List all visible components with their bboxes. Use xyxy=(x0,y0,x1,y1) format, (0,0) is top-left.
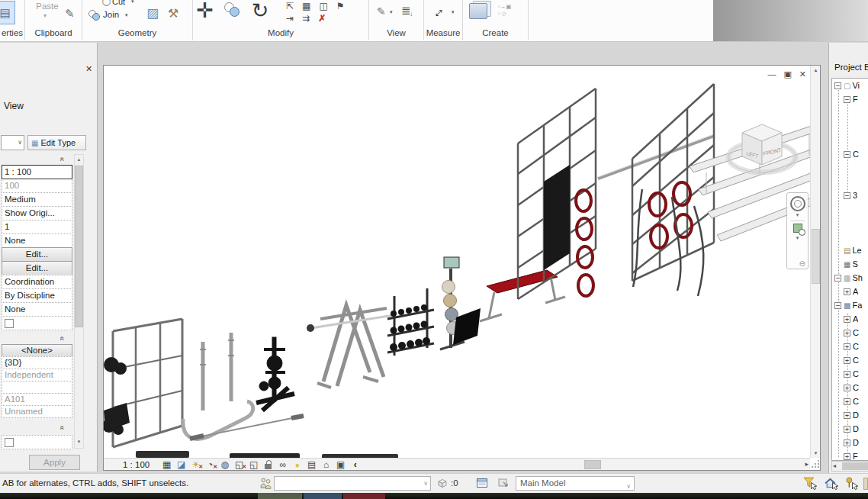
join-button[interactable]: Join xyxy=(103,10,119,19)
property-value-cell[interactable]: <None> xyxy=(2,344,72,357)
property-group-header[interactable]: « xyxy=(2,333,72,343)
palette-close-icon[interactable]: ✕ xyxy=(85,64,92,74)
tree-item[interactable]: − 3 xyxy=(832,188,868,202)
tree-item[interactable]: ▦ S xyxy=(832,257,868,271)
tree-expander[interactable]: + xyxy=(844,412,850,419)
viewcube[interactable]: LEFT FRONT xyxy=(725,110,813,198)
property-value-cell[interactable]: By Discipline xyxy=(2,288,72,303)
tree-expander[interactable]: − xyxy=(834,302,841,309)
edit-type-button[interactable]: ▦ Edit Type xyxy=(27,135,86,150)
tree-item[interactable] xyxy=(832,216,868,230)
tree-item[interactable]: + D xyxy=(832,436,868,449)
editable-only-icon[interactable] xyxy=(476,477,490,491)
property-value-cell[interactable]: 1 xyxy=(2,220,72,234)
split-icon[interactable]: ⇉ xyxy=(302,13,310,24)
cut-dropdown-arrow[interactable]: ▾ xyxy=(131,0,134,5)
zoom-dropdown-arrow[interactable]: ▾ xyxy=(787,234,808,242)
show-crop-icon[interactable]: ◱ xyxy=(247,459,260,471)
sun-path-icon[interactable]: ☀ xyxy=(189,459,202,471)
beam-cope-icon[interactable]: ▨ xyxy=(146,5,159,21)
linework-arrow[interactable]: ▾ xyxy=(390,9,393,15)
trim-icon[interactable]: ⇥ xyxy=(286,13,294,24)
horizontal-scrollbar[interactable]: ▸ xyxy=(375,458,810,471)
tree-item[interactable]: + C xyxy=(832,367,868,381)
navbar-collapse-icon[interactable]: ⊖ xyxy=(799,259,805,268)
tree-item[interactable] xyxy=(832,134,868,147)
model-rig-panel[interactable] xyxy=(544,165,570,270)
property-group-header[interactable]: « xyxy=(2,154,72,164)
dropdown-arrow-icon[interactable]: ∨ xyxy=(626,480,631,493)
scroll-down-icon[interactable]: ▼ xyxy=(75,436,83,447)
design-options-icon[interactable] xyxy=(436,478,448,491)
property-value-cell[interactable]: None xyxy=(2,233,72,248)
worksets-icon[interactable] xyxy=(259,476,272,491)
detail-level-icon[interactable]: ▦ xyxy=(160,459,173,471)
scroll-right-icon[interactable]: ▸ xyxy=(805,460,809,468)
model-ball-rack[interactable] xyxy=(440,257,481,349)
tree-expander[interactable]: + xyxy=(844,330,850,336)
duplicate-view-icon[interactable] xyxy=(469,3,487,19)
model-rings-left[interactable] xyxy=(576,190,593,296)
tree-item[interactable]: + D xyxy=(832,408,868,422)
tree-item[interactable] xyxy=(832,202,868,216)
property-value-cell[interactable]: Independent xyxy=(2,369,72,381)
property-value-cell[interactable] xyxy=(2,316,72,330)
displacement-icon[interactable]: ▣ xyxy=(334,459,347,471)
tree-expander[interactable]: + xyxy=(844,357,850,364)
model-pullup-bar[interactable] xyxy=(598,136,714,179)
zoom-region-icon[interactable] xyxy=(793,224,802,233)
shadows-icon[interactable]: ◔ xyxy=(204,459,217,471)
create-group-icon[interactable]: ▫→▣ ▫ ◇ xyxy=(498,3,511,17)
scrollbar-thumb[interactable] xyxy=(584,460,601,469)
tree-expander[interactable]: − xyxy=(834,82,841,89)
cut-button[interactable]: Cut xyxy=(112,0,125,6)
scroll-down-icon[interactable]: ▾ xyxy=(811,450,821,456)
type-selector[interactable]: ∨ xyxy=(1,135,24,150)
tree-expander[interactable]: + xyxy=(844,439,850,446)
array-icon[interactable]: ⚑ xyxy=(336,1,345,11)
visual-style-icon[interactable]: ◪ xyxy=(175,459,188,471)
measure-dropdown-arrow[interactable]: ▾ xyxy=(452,9,455,15)
model-smith-machine[interactable] xyxy=(307,305,394,388)
tree-item[interactable]: + A xyxy=(832,285,868,298)
scroll-up-icon[interactable]: ▲ xyxy=(75,155,83,164)
tree-item[interactable]: − C xyxy=(832,147,868,161)
workset-dropdown[interactable]: ∨ xyxy=(274,476,431,491)
tree-item[interactable]: + A xyxy=(832,312,868,326)
temp-view-props-icon[interactable]: ▤ xyxy=(305,459,318,471)
restore-icon[interactable]: ▣ xyxy=(783,69,791,79)
move-icon[interactable]: ✛ xyxy=(196,0,214,23)
select-links-icon[interactable] xyxy=(824,476,840,492)
model-rig-right[interactable] xyxy=(632,84,714,281)
property-value-cell[interactable]: Coordination xyxy=(2,275,72,289)
property-value-cell[interactable]: {3D} xyxy=(2,356,72,369)
crop-view-icon[interactable]: ◱ xyxy=(233,459,246,471)
tree-expander[interactable]: + xyxy=(844,426,850,433)
tree-item[interactable] xyxy=(832,175,868,188)
cut-icon[interactable]: ◯ xyxy=(102,0,111,5)
transfer-icon[interactable] xyxy=(497,477,511,491)
tree-item[interactable]: ▤ Le xyxy=(832,243,868,257)
property-value-cell[interactable]: Edit... xyxy=(2,261,72,275)
paste-button[interactable]: Paste xyxy=(31,2,63,11)
tree-expander[interactable]: + xyxy=(844,316,850,323)
tree-item[interactable]: − F xyxy=(832,92,868,106)
active-design-option-dropdown[interactable]: Main Model ∨ xyxy=(516,476,635,491)
tree-item[interactable]: − ▥ Sh xyxy=(832,271,868,285)
property-value-cell[interactable]: 1 : 100 xyxy=(2,165,72,179)
tree-item[interactable] xyxy=(832,230,868,243)
tree-item[interactable]: + C xyxy=(832,326,868,340)
property-value-cell[interactable]: Unnamed xyxy=(2,405,72,418)
model-rings-right[interactable] xyxy=(649,182,692,248)
mirror-icon[interactable]: ◫ xyxy=(319,1,327,11)
steering-wheel-icon[interactable] xyxy=(790,196,805,211)
tree-item[interactable]: + C xyxy=(832,353,868,367)
tree-expander[interactable]: + xyxy=(844,343,850,350)
tree-item[interactable] xyxy=(832,161,868,175)
paste-dropdown-arrow[interactable]: ▾ xyxy=(43,12,47,19)
scale-button[interactable]: 1 : 100 xyxy=(123,460,149,469)
browser-horizontal-scrollbar[interactable]: ◂ xyxy=(831,461,868,472)
palette-scrollbar[interactable]: ▲ ▼ xyxy=(74,154,84,449)
property-value-cell[interactable]: None xyxy=(2,302,72,317)
tree-item[interactable]: + C xyxy=(832,394,868,408)
